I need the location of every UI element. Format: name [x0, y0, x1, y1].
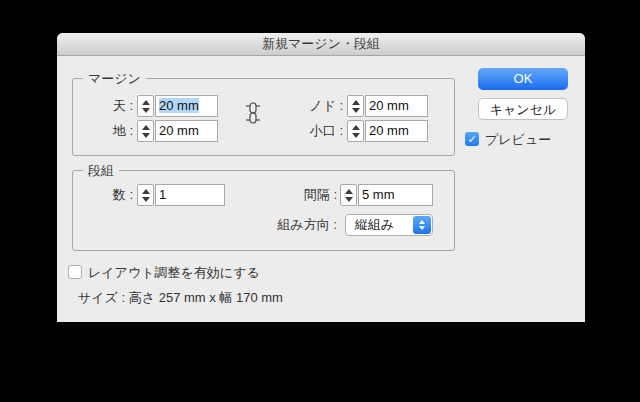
column-count-stepper[interactable]: [137, 184, 154, 206]
column-gutter-label: 間隔 :: [281, 184, 337, 206]
layout-adjust-checkbox-label[interactable]: レイアウト調整を有効にする: [88, 265, 260, 280]
checkmark-icon: ✓: [467, 133, 476, 145]
column-count-label: 数 :: [77, 184, 133, 206]
stepper-down-icon[interactable]: [352, 108, 360, 113]
margin-outside-label: 小口 :: [287, 120, 343, 142]
stepper-down-icon[interactable]: [345, 197, 353, 202]
columns-group: 段組: [72, 170, 455, 251]
stepper-up-icon[interactable]: [142, 100, 150, 105]
margins-group-label: マージン: [83, 70, 146, 88]
column-gutter-stepper[interactable]: [340, 184, 357, 206]
margin-top-stepper[interactable]: [137, 95, 154, 117]
columns-group-label: 段組: [83, 162, 119, 180]
stepper-up-icon[interactable]: [352, 100, 360, 105]
margin-bottom-label: 地 :: [77, 120, 133, 142]
dialog-title: 新規マージン・段組: [262, 36, 380, 51]
margin-top-label: 天 :: [77, 95, 133, 117]
writing-direction-value: 縦組み: [355, 215, 394, 235]
link-margins-chain-icon[interactable]: [246, 102, 260, 124]
stepper-up-icon[interactable]: [345, 189, 353, 194]
column-count-input[interactable]: 1: [155, 184, 225, 206]
stepper-down-icon[interactable]: [142, 133, 150, 138]
cancel-button[interactable]: キャンセル: [478, 98, 568, 120]
column-gutter-input[interactable]: 5 mm: [358, 184, 433, 206]
margin-top-input[interactable]: 20 mm: [155, 95, 218, 117]
page-size-info: サイズ : 高さ 257 mm x 幅 170 mm: [78, 289, 283, 307]
stepper-down-icon[interactable]: [352, 133, 360, 138]
stepper-up-icon[interactable]: [142, 125, 150, 130]
ok-button[interactable]: OK: [478, 68, 568, 90]
stepper-up-icon[interactable]: [352, 125, 360, 130]
new-margins-columns-dialog: 新規マージン・段組 マージン 天 : 20 mm 地 : 20 mm ノド : …: [57, 33, 585, 322]
margin-outside-stepper[interactable]: [347, 120, 364, 142]
dialog-titlebar[interactable]: 新規マージン・段組: [57, 33, 585, 56]
margin-inside-stepper[interactable]: [347, 95, 364, 117]
margin-outside-input[interactable]: 20 mm: [365, 120, 428, 142]
stepper-down-icon[interactable]: [142, 108, 150, 113]
margin-bottom-input[interactable]: 20 mm: [155, 120, 218, 142]
layout-adjust-checkbox[interactable]: [68, 265, 82, 279]
writing-direction-label: 組み方向 :: [253, 214, 337, 236]
preview-checkbox-label[interactable]: プレビュー: [485, 132, 551, 147]
margin-bottom-stepper[interactable]: [137, 120, 154, 142]
margin-top-value: 20 mm: [159, 98, 199, 113]
writing-direction-select[interactable]: 縦組み: [345, 214, 433, 236]
margin-inside-label: ノド :: [287, 95, 343, 117]
stepper-down-icon[interactable]: [142, 197, 150, 202]
margin-inside-input[interactable]: 20 mm: [365, 95, 428, 117]
stepper-up-icon[interactable]: [142, 189, 150, 194]
popup-arrows-icon: [413, 216, 431, 234]
preview-checkbox[interactable]: ✓: [465, 132, 479, 146]
margins-group: マージン: [72, 78, 455, 156]
